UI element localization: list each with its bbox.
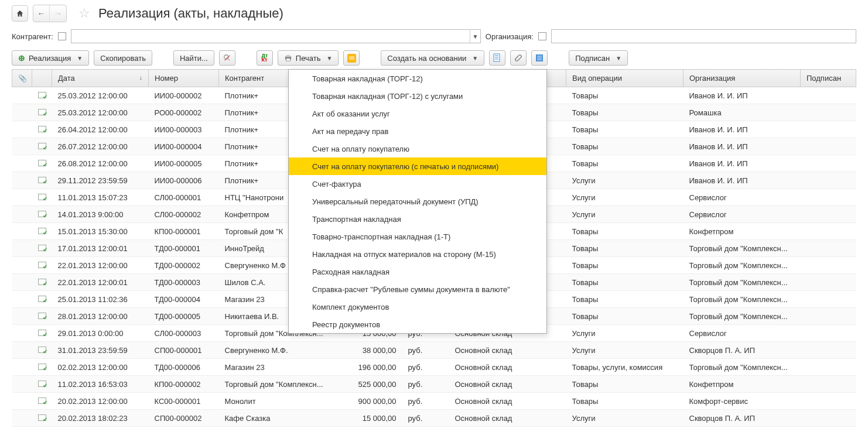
table-row[interactable]: 11.02.2013 16:53:03КП00-000002Торговый д…	[12, 376, 856, 393]
col-header-operation[interactable]: Вид операции	[566, 70, 684, 87]
print-menu-item[interactable]: Универсальный передаточный документ (УПД…	[289, 193, 546, 210]
cell-signed	[801, 172, 856, 189]
cell-operation: Товары	[566, 376, 684, 393]
email-button[interactable]: ✉	[343, 50, 360, 66]
table-row[interactable]: 20.02.2013 12:00:00КС00-000001Монолит900…	[12, 393, 856, 410]
print-menu-item[interactable]: Счет на оплату покупателю (с печатью и п…	[289, 157, 546, 175]
cell-signed	[801, 325, 856, 342]
document-icon	[493, 53, 501, 63]
cell-signed	[801, 308, 856, 325]
cell-operation: Товары	[566, 87, 684, 104]
cell-date: 25.03.2012 12:00:00	[52, 87, 149, 104]
col-header-date[interactable]: Дата↓	[52, 70, 149, 87]
col-header-attachment[interactable]: 📎	[12, 70, 32, 87]
copy-button[interactable]: Скопировать	[94, 50, 152, 66]
print-menu-item[interactable]: Счет-фактура	[289, 175, 546, 193]
col-header-indicator[interactable]	[32, 70, 52, 87]
chevron-down-icon[interactable]: ▼	[470, 30, 480, 43]
cell-operation: Товары	[566, 104, 684, 121]
cell-number: ИИ00-000002	[149, 87, 219, 104]
create-basis-button[interactable]: Создать на основании ▼	[381, 50, 484, 66]
organization-checkbox[interactable]	[538, 32, 546, 40]
posted-doc-icon	[38, 262, 46, 268]
cell-number: ТД00-000006	[149, 359, 219, 376]
table-row[interactable]: 02.02.2013 12:00:00ТД00-000006Магазин 23…	[12, 359, 856, 376]
table-row[interactable]: 20.02.2013 18:02:23СП00-000002Кафе Сказк…	[12, 410, 856, 427]
list-button[interactable]	[531, 50, 548, 66]
cell-operation: Товары	[566, 393, 684, 410]
print-menu-item[interactable]: Счет на оплату покупателю	[289, 140, 546, 157]
cell-date: 29.01.2013 0:00:00	[52, 325, 149, 342]
cell-organization: Иванов И. И. ИП	[684, 87, 801, 104]
posted-doc-icon	[38, 194, 46, 200]
print-menu-item[interactable]: Товарная накладная (ТОРГ-12) с услугами	[289, 87, 546, 105]
cell-number: ИИ00-000003	[149, 121, 219, 138]
cell-date: 20.02.2013 18:02:23	[52, 410, 149, 427]
dtdk-button[interactable]: ДтКт	[257, 50, 273, 66]
cell-number: КС00-000001	[149, 393, 219, 410]
posted-doc-icon	[38, 398, 46, 404]
cell-signed	[801, 138, 856, 155]
organization-label: Организация:	[486, 32, 534, 41]
print-menu-item[interactable]: Акт об оказании услуг	[289, 105, 546, 122]
print-button[interactable]: Печать ▼	[278, 50, 339, 66]
posted-doc-icon	[38, 143, 46, 149]
create-button[interactable]: ⊕ Реализация ▼	[12, 50, 89, 66]
print-menu-item[interactable]: Расходная накладная	[289, 263, 546, 280]
cell-date: 22.01.2013 12:00:01	[52, 274, 149, 291]
paperclip-icon	[514, 54, 522, 62]
print-menu-item[interactable]: Товарная накладная (ТОРГ-12)	[289, 70, 546, 87]
nav-forward-button[interactable]: →	[50, 5, 66, 22]
toolbar: ⊕ Реализация ▼ Скопировать Найти... ДтКт…	[0, 47, 868, 69]
cell-signed	[801, 274, 856, 291]
posted-doc-icon	[38, 296, 46, 302]
cell-signed	[801, 223, 856, 240]
cell-currency: руб.	[402, 393, 449, 410]
cell-operation: Услуги	[566, 189, 684, 206]
col-header-organization[interactable]: Организация	[684, 70, 801, 87]
print-menu-item[interactable]: Комплект документов	[289, 298, 546, 316]
attach-button[interactable]	[510, 50, 527, 66]
print-menu-item[interactable]: Товарно-транспортная накладная (1-Т)	[289, 228, 546, 245]
print-dropdown-menu: Товарная накладная (ТОРГ-12)Товарная нак…	[288, 69, 547, 334]
print-menu-item[interactable]: Акт на передачу прав	[289, 122, 546, 140]
home-button[interactable]	[12, 5, 28, 22]
cell-number: ТД00-000002	[149, 257, 219, 274]
cell-organization: Сервислог	[684, 325, 801, 342]
list-icon	[535, 54, 544, 62]
posted-doc-icon	[38, 279, 46, 285]
counterparty-checkbox[interactable]	[58, 32, 66, 40]
print-menu-item[interactable]: Реестр документов	[289, 316, 546, 333]
organization-input[interactable]	[551, 29, 856, 43]
cell-organization: Иванов И. И. ИП	[684, 138, 801, 155]
cell-signed	[801, 206, 856, 223]
cell-number: СЛ00-000003	[149, 325, 219, 342]
cell-organization: Ромашка	[684, 104, 801, 121]
cell-signed	[801, 376, 856, 393]
signed-filter-button[interactable]: Подписан ▼	[569, 50, 628, 66]
cell-operation: Услуги	[566, 172, 684, 189]
posted-doc-icon	[38, 211, 46, 217]
find-button[interactable]: Найти...	[173, 50, 214, 66]
col-header-number[interactable]: Номер	[149, 70, 219, 87]
counterparty-input[interactable]: ▼	[71, 29, 481, 43]
cell-organization: Иванов И. И. ИП	[684, 172, 801, 189]
debit-credit-icon: ДтКт	[261, 54, 268, 62]
print-menu-item[interactable]: Транспортная накладная	[289, 210, 546, 228]
cell-counterparty: Торговый дом "Комплексн...	[219, 376, 341, 393]
cell-date: 20.02.2013 12:00:00	[52, 393, 149, 410]
cell-operation: Услуги	[566, 206, 684, 223]
cell-operation: Товары	[566, 240, 684, 257]
table-row[interactable]: 31.01.2013 23:59:59СП00-000001Свергуненк…	[12, 342, 856, 359]
clear-filter-button[interactable]	[219, 50, 235, 66]
print-menu-item[interactable]: Справка-расчет "Рублевые суммы документа…	[289, 280, 546, 298]
favorite-icon[interactable]: ☆	[78, 6, 90, 21]
col-header-signed[interactable]: Подписан	[801, 70, 856, 87]
header-bar: ← → ☆ Реализация (акты, накладные)	[0, 0, 868, 27]
mail-icon: ✉	[347, 54, 356, 63]
print-menu-item[interactable]: Накладная на отпуск материалов на сторон…	[289, 245, 546, 263]
related-docs-button[interactable]	[489, 50, 505, 66]
printer-icon	[284, 54, 292, 61]
nav-back-button[interactable]: ←	[33, 5, 50, 22]
chevron-down-icon: ▼	[77, 55, 83, 61]
